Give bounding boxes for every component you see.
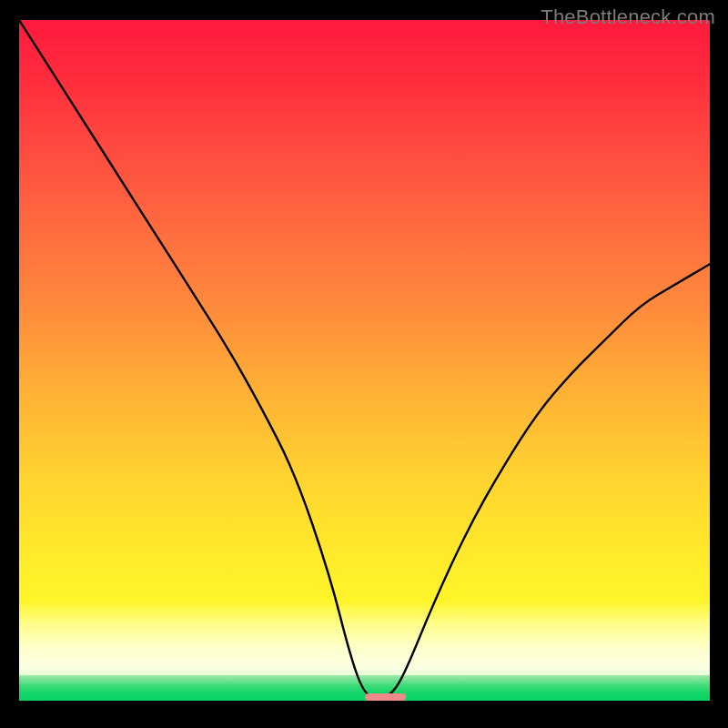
optimal-marker [365,693,407,701]
chart-frame: TheBottleneck.com [0,0,728,728]
bottleneck-curve [19,20,710,701]
plot-area [19,20,710,701]
watermark-text: TheBottleneck.com [541,5,715,29]
